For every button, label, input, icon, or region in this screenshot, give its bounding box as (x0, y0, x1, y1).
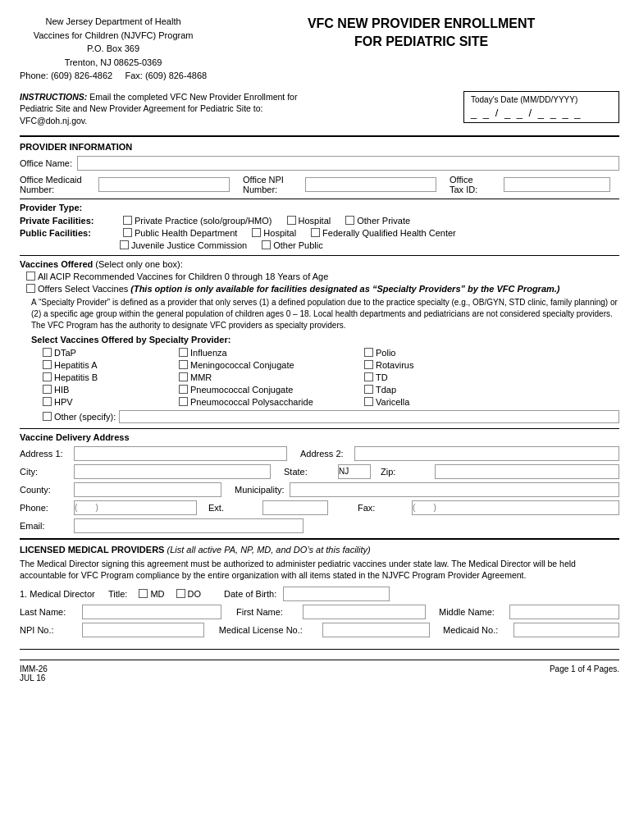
cb-hospital-public[interactable]: Hospital (252, 228, 296, 238)
form-date: JUL 16 (20, 673, 48, 682)
cb-public-health[interactable]: Public Health Department (123, 228, 237, 238)
middle-name-input[interactable] (509, 605, 619, 619)
cb-other-public[interactable]: Other Public (262, 240, 323, 250)
tax-id-input[interactable] (504, 177, 610, 192)
zip-input[interactable] (435, 464, 619, 479)
cb-td[interactable]: TD (364, 372, 495, 382)
licensed-text: The Medical Director signing this agreem… (20, 558, 619, 582)
private-label: Private Facilities: (20, 216, 118, 226)
header-line3: P.O. Box 369 (20, 42, 207, 56)
last-name-label: Last Name: (20, 607, 77, 617)
cb-influenza[interactable]: Influenza (179, 348, 359, 358)
cb-pneumo-poly[interactable]: Pneumococcal Polysaccharide (179, 397, 359, 407)
provider-type-section: Provider Type: Private Facilities: Priva… (20, 203, 619, 250)
fax-input[interactable] (412, 500, 619, 515)
cb-hospital-public-box[interactable] (252, 228, 261, 237)
ext-input[interactable] (262, 500, 328, 515)
office-name-input[interactable] (77, 156, 619, 171)
cb-mening[interactable]: Meningococcal Conjugate (179, 360, 359, 370)
cb-do[interactable]: DO (176, 589, 202, 599)
cb-polio[interactable]: Polio (364, 348, 495, 358)
address1-input[interactable] (74, 446, 287, 461)
state-input[interactable] (338, 464, 371, 479)
phone-row: Phone: Ext. Fax: (20, 500, 619, 515)
medicaid-npi-row: Office MedicaidNumber: Office NPINumber:… (20, 175, 619, 194)
cb-hepa[interactable]: Hepatitis A (43, 360, 174, 370)
municipality-input[interactable] (290, 482, 619, 497)
instructions-area: INSTRUCTIONS: Email the completed VFC Ne… (20, 91, 619, 127)
cb-private-practice[interactable]: Private Practice (solo/group/HMO) (123, 216, 272, 226)
medicaid-no-input[interactable] (513, 623, 619, 637)
office-medicaid-input[interactable] (98, 177, 230, 192)
date-label: Today's Date (MM/DD/YYYY) (471, 95, 612, 104)
cb-hospital-private[interactable]: Hospital (287, 216, 331, 226)
cb-other-private[interactable]: Other Private (345, 216, 410, 226)
cb-hpv[interactable]: HPV (43, 397, 174, 407)
med-license-input[interactable] (322, 623, 430, 637)
cb-rotavirus[interactable]: Rotavirus (364, 360, 495, 370)
header-line5: Phone: (609) 826-4862 (20, 71, 112, 80)
provider-type-label: Provider Type: (20, 203, 619, 212)
divider-1 (20, 135, 619, 137)
provider-info-header: PROVIDER INFORMATION (20, 142, 619, 152)
middle-name-label: Middle Name: (439, 607, 504, 617)
delivery-header: Vaccine Delivery Address (20, 432, 619, 442)
medicaid-no-label: Medicaid No.: (443, 625, 509, 635)
divider-footer (20, 649, 619, 650)
first-name-input[interactable] (303, 605, 426, 619)
cb-hepb[interactable]: Hepatitis B (43, 372, 174, 382)
cb-fqhc-box[interactable] (311, 228, 320, 237)
county-label: County: (20, 485, 69, 495)
cb-juvenile-box[interactable] (120, 240, 129, 249)
instructions-text: INSTRUCTIONS: Email the completed VFC Ne… (20, 91, 299, 127)
cb-dtap[interactable]: DTaP (43, 348, 174, 358)
cb-other[interactable]: Other (specify): (43, 412, 116, 422)
header-line4: Trenton, NJ 08625-0369 (20, 56, 207, 70)
cb-hib[interactable]: HIB (43, 385, 174, 395)
cb-juvenile[interactable]: Juvenile Justice Commission (120, 240, 247, 250)
county-input[interactable] (74, 482, 221, 497)
cb-varicella[interactable]: Varicella (364, 397, 495, 407)
cb-mmr[interactable]: MMR (179, 372, 359, 382)
cb-fqhc[interactable]: Federally Qualified Health Center (311, 228, 456, 238)
last-name-input[interactable] (82, 605, 221, 619)
form-id: IMM-26 (20, 664, 48, 673)
email-input[interactable] (74, 518, 304, 533)
other-specify-row: Other (specify): (43, 410, 619, 423)
city-input[interactable] (74, 464, 271, 479)
delivery-section: Vaccine Delivery Address Address 1: Addr… (20, 432, 619, 533)
cb-select-vaccines-box[interactable] (26, 284, 35, 293)
cb-hospital-private-box[interactable] (287, 216, 296, 225)
npi-no-input[interactable] (82, 623, 204, 637)
office-tax-label: OfficeTax ID: (450, 175, 499, 194)
npi-input[interactable] (305, 177, 436, 192)
date-box: Today's Date (MM/DD/YYYY) _ _ / _ _ / _ … (463, 91, 619, 123)
phone-input[interactable] (74, 500, 197, 515)
office-medicaid-label: Office MedicaidNumber: (20, 175, 94, 194)
cb-select-vaccines[interactable]: Offers Select Vaccines (This option is o… (26, 284, 619, 294)
footer: IMM-26 JUL 16 Page 1 of 4 Pages. (20, 660, 619, 682)
cb-private-practice-box[interactable] (123, 216, 132, 225)
header-title: VFC NEW PROVIDER ENROLLMENT FOR PEDIATRI… (207, 15, 619, 52)
cb-md[interactable]: MD (139, 589, 164, 599)
npi-label: Office NPINumber: (243, 175, 300, 194)
cb-other-public-box[interactable] (262, 240, 271, 249)
select-vaccines-subheader: Select Vaccines Offered by Specialty Pro… (31, 335, 619, 345)
cb-other-private-box[interactable] (345, 216, 354, 225)
footer-left: IMM-26 JUL 16 (20, 664, 48, 682)
cb-pneumo-conj[interactable]: Pneumococcal Conjugate (179, 385, 359, 395)
cb-all-acip[interactable]: All ACIP Recommended Vaccines for Childr… (26, 272, 619, 281)
other-specify-input[interactable] (119, 410, 619, 423)
divider-3 (20, 255, 619, 256)
cb-all-acip-box[interactable] (26, 272, 35, 281)
dob-input[interactable] (283, 587, 390, 601)
header-line6: Fax: (609) 826-4868 (125, 71, 207, 80)
address2-input[interactable] (354, 446, 619, 461)
cb-tdap[interactable]: Tdap (364, 385, 495, 395)
phone-label: Phone: (20, 503, 69, 513)
divider-2 (20, 199, 619, 199)
email-label: Email: (20, 521, 69, 531)
address2-label: Address 2: (300, 449, 349, 459)
vaccines-label: Vaccines Offered (Select only one box): (20, 259, 619, 269)
cb-public-health-box[interactable] (123, 228, 132, 237)
